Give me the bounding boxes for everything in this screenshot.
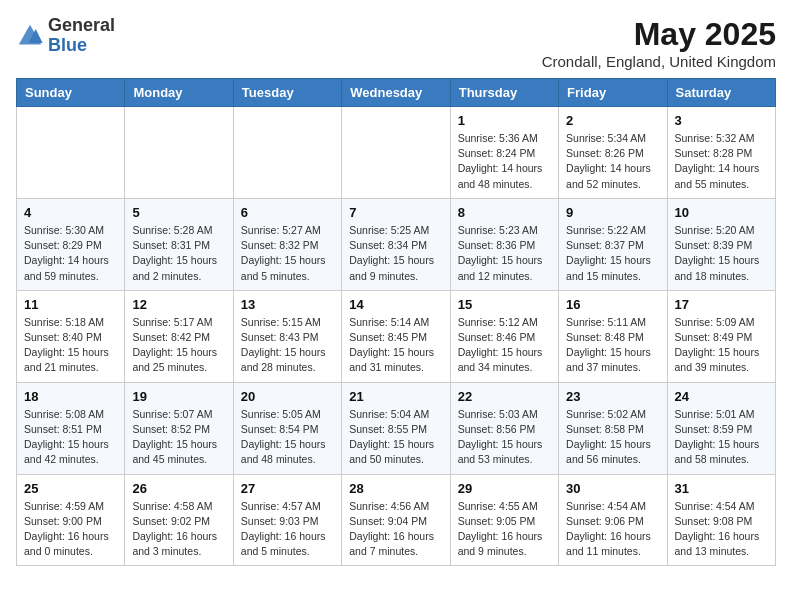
day-cell: 28Sunrise: 4:56 AM Sunset: 9:04 PM Dayli… [342,474,450,566]
day-number: 16 [566,297,659,312]
day-number: 13 [241,297,334,312]
day-info: Sunrise: 5:05 AM Sunset: 8:54 PM Dayligh… [241,407,334,468]
day-info: Sunrise: 5:27 AM Sunset: 8:32 PM Dayligh… [241,223,334,284]
day-info: Sunrise: 5:03 AM Sunset: 8:56 PM Dayligh… [458,407,551,468]
logo-text: General Blue [48,16,115,56]
day-info: Sunrise: 5:22 AM Sunset: 8:37 PM Dayligh… [566,223,659,284]
day-cell: 24Sunrise: 5:01 AM Sunset: 8:59 PM Dayli… [667,382,775,474]
day-number: 6 [241,205,334,220]
logo-general: General [48,15,115,35]
day-number: 9 [566,205,659,220]
day-number: 25 [24,481,117,496]
week-row-2: 11Sunrise: 5:18 AM Sunset: 8:40 PM Dayli… [17,290,776,382]
day-info: Sunrise: 5:30 AM Sunset: 8:29 PM Dayligh… [24,223,117,284]
day-info: Sunrise: 5:23 AM Sunset: 8:36 PM Dayligh… [458,223,551,284]
day-number: 15 [458,297,551,312]
day-info: Sunrise: 5:17 AM Sunset: 8:42 PM Dayligh… [132,315,225,376]
day-info: Sunrise: 4:59 AM Sunset: 9:00 PM Dayligh… [24,499,117,560]
calendar-body: 1Sunrise: 5:36 AM Sunset: 8:24 PM Daylig… [17,107,776,566]
header-saturday: Saturday [667,79,775,107]
day-cell: 18Sunrise: 5:08 AM Sunset: 8:51 PM Dayli… [17,382,125,474]
day-number: 23 [566,389,659,404]
day-cell: 19Sunrise: 5:07 AM Sunset: 8:52 PM Dayli… [125,382,233,474]
logo: General Blue [16,16,115,56]
day-info: Sunrise: 5:15 AM Sunset: 8:43 PM Dayligh… [241,315,334,376]
day-number: 1 [458,113,551,128]
day-cell: 10Sunrise: 5:20 AM Sunset: 8:39 PM Dayli… [667,198,775,290]
day-number: 11 [24,297,117,312]
day-cell: 8Sunrise: 5:23 AM Sunset: 8:36 PM Daylig… [450,198,558,290]
day-number: 19 [132,389,225,404]
day-cell: 1Sunrise: 5:36 AM Sunset: 8:24 PM Daylig… [450,107,558,199]
day-info: Sunrise: 5:08 AM Sunset: 8:51 PM Dayligh… [24,407,117,468]
day-number: 12 [132,297,225,312]
day-cell: 20Sunrise: 5:05 AM Sunset: 8:54 PM Dayli… [233,382,341,474]
day-info: Sunrise: 4:56 AM Sunset: 9:04 PM Dayligh… [349,499,442,560]
day-cell: 22Sunrise: 5:03 AM Sunset: 8:56 PM Dayli… [450,382,558,474]
day-info: Sunrise: 5:01 AM Sunset: 8:59 PM Dayligh… [675,407,768,468]
day-cell: 30Sunrise: 4:54 AM Sunset: 9:06 PM Dayli… [559,474,667,566]
day-number: 8 [458,205,551,220]
header-wednesday: Wednesday [342,79,450,107]
day-number: 2 [566,113,659,128]
day-number: 14 [349,297,442,312]
day-cell: 9Sunrise: 5:22 AM Sunset: 8:37 PM Daylig… [559,198,667,290]
header-row: SundayMondayTuesdayWednesdayThursdayFrid… [17,79,776,107]
day-number: 27 [241,481,334,496]
calendar-header: SundayMondayTuesdayWednesdayThursdayFrid… [17,79,776,107]
day-number: 24 [675,389,768,404]
day-cell: 11Sunrise: 5:18 AM Sunset: 8:40 PM Dayli… [17,290,125,382]
day-info: Sunrise: 5:20 AM Sunset: 8:39 PM Dayligh… [675,223,768,284]
day-number: 28 [349,481,442,496]
day-cell: 6Sunrise: 5:27 AM Sunset: 8:32 PM Daylig… [233,198,341,290]
day-info: Sunrise: 4:57 AM Sunset: 9:03 PM Dayligh… [241,499,334,560]
day-cell: 26Sunrise: 4:58 AM Sunset: 9:02 PM Dayli… [125,474,233,566]
day-info: Sunrise: 4:54 AM Sunset: 9:08 PM Dayligh… [675,499,768,560]
day-info: Sunrise: 4:55 AM Sunset: 9:05 PM Dayligh… [458,499,551,560]
day-cell: 23Sunrise: 5:02 AM Sunset: 8:58 PM Dayli… [559,382,667,474]
day-cell: 21Sunrise: 5:04 AM Sunset: 8:55 PM Dayli… [342,382,450,474]
day-cell: 5Sunrise: 5:28 AM Sunset: 8:31 PM Daylig… [125,198,233,290]
day-number: 31 [675,481,768,496]
day-info: Sunrise: 4:54 AM Sunset: 9:06 PM Dayligh… [566,499,659,560]
day-cell: 13Sunrise: 5:15 AM Sunset: 8:43 PM Dayli… [233,290,341,382]
day-number: 18 [24,389,117,404]
day-cell: 15Sunrise: 5:12 AM Sunset: 8:46 PM Dayli… [450,290,558,382]
day-cell: 31Sunrise: 4:54 AM Sunset: 9:08 PM Dayli… [667,474,775,566]
day-info: Sunrise: 5:12 AM Sunset: 8:46 PM Dayligh… [458,315,551,376]
day-cell [342,107,450,199]
day-number: 7 [349,205,442,220]
header-thursday: Thursday [450,79,558,107]
day-cell: 27Sunrise: 4:57 AM Sunset: 9:03 PM Dayli… [233,474,341,566]
day-cell: 4Sunrise: 5:30 AM Sunset: 8:29 PM Daylig… [17,198,125,290]
day-number: 17 [675,297,768,312]
day-cell: 29Sunrise: 4:55 AM Sunset: 9:05 PM Dayli… [450,474,558,566]
day-info: Sunrise: 5:02 AM Sunset: 8:58 PM Dayligh… [566,407,659,468]
calendar: SundayMondayTuesdayWednesdayThursdayFrid… [16,78,776,566]
day-info: Sunrise: 5:28 AM Sunset: 8:31 PM Dayligh… [132,223,225,284]
header-tuesday: Tuesday [233,79,341,107]
day-cell [17,107,125,199]
day-cell: 16Sunrise: 5:11 AM Sunset: 8:48 PM Dayli… [559,290,667,382]
day-info: Sunrise: 5:34 AM Sunset: 8:26 PM Dayligh… [566,131,659,192]
week-row-4: 25Sunrise: 4:59 AM Sunset: 9:00 PM Dayli… [17,474,776,566]
title-area: May 2025 Crondall, England, United Kingd… [542,16,776,70]
day-number: 21 [349,389,442,404]
day-cell [233,107,341,199]
day-info: Sunrise: 5:14 AM Sunset: 8:45 PM Dayligh… [349,315,442,376]
day-number: 10 [675,205,768,220]
subtitle: Crondall, England, United Kingdom [542,53,776,70]
week-row-0: 1Sunrise: 5:36 AM Sunset: 8:24 PM Daylig… [17,107,776,199]
logo-blue: Blue [48,35,87,55]
day-info: Sunrise: 5:07 AM Sunset: 8:52 PM Dayligh… [132,407,225,468]
week-row-3: 18Sunrise: 5:08 AM Sunset: 8:51 PM Dayli… [17,382,776,474]
header-sunday: Sunday [17,79,125,107]
day-cell: 7Sunrise: 5:25 AM Sunset: 8:34 PM Daylig… [342,198,450,290]
day-number: 3 [675,113,768,128]
main-title: May 2025 [542,16,776,53]
day-info: Sunrise: 4:58 AM Sunset: 9:02 PM Dayligh… [132,499,225,560]
week-row-1: 4Sunrise: 5:30 AM Sunset: 8:29 PM Daylig… [17,198,776,290]
day-cell: 2Sunrise: 5:34 AM Sunset: 8:26 PM Daylig… [559,107,667,199]
day-number: 26 [132,481,225,496]
day-cell [125,107,233,199]
